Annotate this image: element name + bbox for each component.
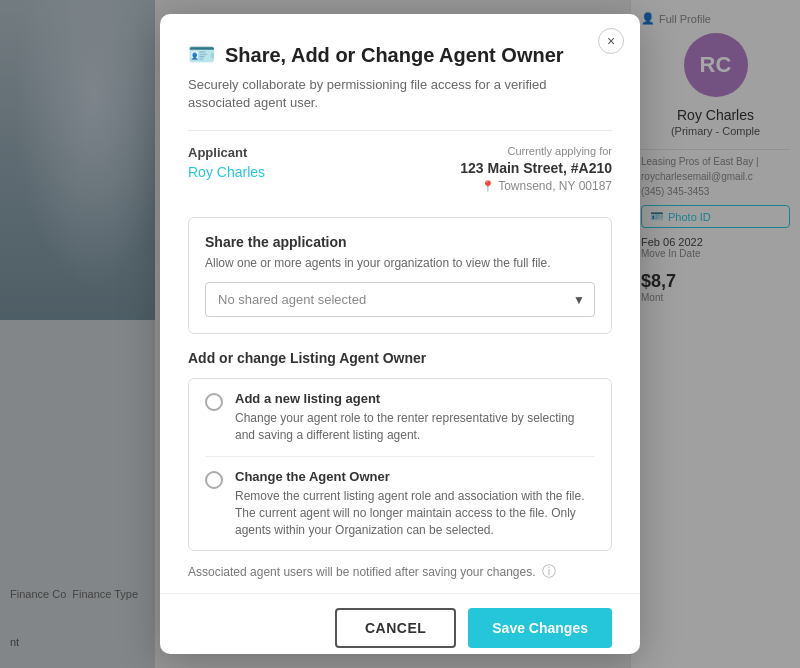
listing-section-title: Add or change Listing Agent Owner	[188, 350, 612, 366]
applicant-label: Applicant	[188, 145, 265, 160]
footer-note-text: Associated agent users will be notified …	[188, 565, 536, 579]
option-2-label: Change the Agent Owner	[235, 469, 595, 484]
modal-title: Share, Add or Change Agent Owner	[225, 44, 564, 67]
agent-select[interactable]: No shared agent selected	[205, 282, 595, 317]
applicant-right: Currently applying for 123 Main Street, …	[460, 145, 612, 193]
options-container: Add a new listing agent Change your agen…	[188, 378, 612, 551]
share-section: Share the application Allow one or more …	[188, 217, 612, 334]
applicant-name[interactable]: Roy Charles	[188, 164, 265, 180]
radio-change-owner[interactable]	[205, 471, 223, 489]
property-address: 123 Main Street, #A210	[460, 160, 612, 176]
title-row: 🪪 Share, Add or Change Agent Owner	[188, 42, 612, 68]
currently-for-label: Currently applying for	[460, 145, 612, 157]
modal-footer: CANCEL Save Changes	[160, 593, 640, 654]
share-section-title: Share the application	[205, 234, 595, 250]
modal-body: 🪪 Share, Add or Change Agent Owner Secur…	[160, 14, 640, 551]
option-1-label: Add a new listing agent	[235, 391, 595, 406]
option-1-desc: Change your agent role to the renter rep…	[235, 410, 595, 444]
option-change-agent-owner[interactable]: Change the Agent Owner Remove the curren…	[205, 457, 595, 550]
radio-add-agent[interactable]	[205, 393, 223, 411]
option-2-desc: Remove the current listing agent role an…	[235, 488, 595, 538]
option-1-content: Add a new listing agent Change your agen…	[235, 391, 595, 444]
share-icon: 🪪	[188, 42, 215, 68]
share-modal: × 🪪 Share, Add or Change Agent Owner Sec…	[160, 14, 640, 654]
location-icon: 📍	[481, 180, 495, 193]
cancel-button[interactable]: CANCEL	[335, 608, 456, 648]
option-add-listing-agent[interactable]: Add a new listing agent Change your agen…	[205, 379, 595, 457]
applicant-left: Applicant Roy Charles	[188, 145, 265, 180]
save-button[interactable]: Save Changes	[468, 608, 612, 648]
share-section-desc: Allow one or more agents in your organiz…	[205, 256, 595, 270]
modal-overlay: × 🪪 Share, Add or Change Agent Owner Sec…	[0, 0, 800, 668]
agent-select-wrapper: No shared agent selected ▼	[205, 282, 595, 317]
option-2-content: Change the Agent Owner Remove the curren…	[235, 469, 595, 538]
modal-subtitle: Securely collaborate by permissioning fi…	[188, 76, 612, 112]
city-state: 📍 Townsend, NY 00187	[460, 179, 612, 193]
applicant-row: Applicant Roy Charles Currently applying…	[188, 130, 612, 207]
footer-note: Associated agent users will be notified …	[160, 551, 640, 593]
info-icon: ⓘ	[542, 563, 556, 581]
close-button[interactable]: ×	[598, 28, 624, 54]
